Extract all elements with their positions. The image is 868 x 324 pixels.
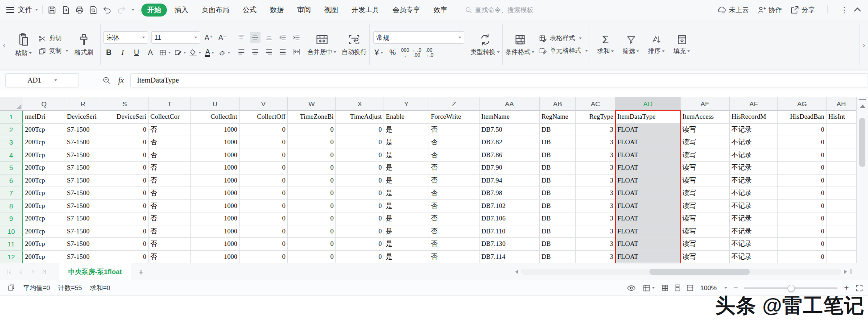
cell-AA10[interactable]: DB7.110: [479, 225, 540, 238]
row-header-3[interactable]: 3: [0, 136, 23, 149]
cell-AG10[interactable]: 0: [778, 225, 827, 238]
cell-Q2[interactable]: 200Tcp: [23, 124, 65, 137]
cell-Y1[interactable]: Enable: [384, 111, 429, 124]
cell-AF9[interactable]: 不记录: [730, 212, 778, 225]
row-header-12[interactable]: 12: [0, 251, 23, 264]
cell-AB12[interactable]: DB: [540, 251, 576, 264]
cell-W10[interactable]: 0: [288, 225, 336, 238]
cut-button[interactable]: 剪切: [38, 34, 68, 43]
more-options-icon[interactable]: ⋮: [840, 5, 848, 15]
row-header-4[interactable]: 4: [0, 149, 23, 162]
cell-V1[interactable]: CollectOff: [240, 111, 288, 124]
cell-AF11[interactable]: 不记录: [730, 238, 778, 251]
cell-AH2[interactable]: [827, 124, 856, 137]
undo-icon[interactable]: [103, 5, 112, 15]
cell-W12[interactable]: 0: [288, 251, 336, 264]
scroll-up-icon[interactable]: [860, 104, 865, 108]
cell-AB6[interactable]: DB: [540, 174, 576, 187]
cell-T11[interactable]: 否: [149, 238, 191, 251]
cell-Z7[interactable]: 否: [429, 187, 479, 200]
cell-U9[interactable]: 1000: [191, 212, 240, 225]
cell-Q5[interactable]: 200Tcp: [23, 162, 65, 174]
cell-AB2[interactable]: DB: [540, 124, 576, 137]
cell-Y12[interactable]: 是: [384, 251, 429, 264]
export-icon[interactable]: [61, 5, 70, 15]
wrap-text-button[interactable]: 自动换行: [339, 20, 369, 70]
find-icon[interactable]: [102, 76, 111, 85]
cell-AH3[interactable]: [827, 136, 856, 149]
distribute-button[interactable]: [291, 46, 302, 57]
zoom-slider[interactable]: [744, 287, 838, 289]
page-layout-view-icon[interactable]: [674, 284, 682, 292]
cell-AE9[interactable]: 读写: [681, 212, 730, 225]
zoom-slider-thumb[interactable]: [788, 285, 795, 292]
clear-format-button[interactable]: [218, 47, 230, 58]
cell-S10[interactable]: 0: [101, 225, 149, 238]
cell-U4[interactable]: 1000: [191, 149, 240, 162]
column-header-R[interactable]: R: [65, 97, 101, 111]
cell-AB11[interactable]: DB: [540, 238, 576, 251]
strikethrough-button[interactable]: A: [145, 47, 156, 58]
cell-Y11[interactable]: 是: [384, 238, 429, 251]
cell-AB10[interactable]: DB: [540, 225, 576, 238]
row-header-5[interactable]: 5: [0, 162, 23, 174]
fill-color-button[interactable]: [189, 47, 201, 58]
cell-T8[interactable]: 否: [149, 200, 191, 213]
cell-AG1[interactable]: HisDeadBan: [778, 111, 827, 124]
cell-AC5[interactable]: 3: [576, 162, 616, 174]
cell-AC6[interactable]: 3: [576, 174, 616, 187]
font-name-combo[interactable]: 宋体: [103, 31, 148, 44]
cell-R11[interactable]: S7-1500: [65, 238, 101, 251]
cell-AA1[interactable]: ItemName: [479, 111, 540, 124]
cell-AE4[interactable]: 读写: [681, 149, 730, 162]
formula-input[interactable]: ItemDataType: [130, 73, 868, 87]
cell-AH1[interactable]: HisInt: [827, 111, 856, 124]
menu-tab-开始[interactable]: 开始: [141, 4, 167, 17]
select-all-corner[interactable]: [0, 97, 23, 111]
cell-AD4[interactable]: FLOAT: [616, 149, 681, 162]
column-header-AD[interactable]: AD: [616, 97, 681, 111]
cell-Y8[interactable]: 是: [384, 200, 429, 213]
cell-S12[interactable]: 0: [101, 251, 149, 264]
ribbon-scroll-right-icon[interactable]: ›: [860, 20, 868, 70]
cell-AA9[interactable]: DB7.106: [479, 212, 540, 225]
row-header-11[interactable]: 11: [0, 238, 23, 251]
cell-Q11[interactable]: 200Tcp: [23, 238, 65, 251]
cell-AC11[interactable]: 3: [576, 238, 616, 251]
cell-X5[interactable]: 0: [336, 162, 384, 174]
column-header-AE[interactable]: AE: [681, 97, 730, 111]
cell-AB1[interactable]: RegName: [540, 111, 576, 124]
align-right-button[interactable]: [264, 46, 274, 57]
borders-button[interactable]: [159, 47, 171, 58]
cell-T3[interactable]: 否: [149, 136, 191, 149]
cell-AE6[interactable]: 读写: [681, 174, 730, 187]
menu-tab-开发工具[interactable]: 开发工具: [346, 4, 385, 17]
cell-AF3[interactable]: 不记录: [730, 136, 778, 149]
cell-V6[interactable]: 0: [240, 174, 288, 187]
cell-U10[interactable]: 1000: [191, 225, 240, 238]
scroll-right-icon[interactable]: [844, 270, 847, 274]
cell-W11[interactable]: 0: [288, 238, 336, 251]
row-header-2[interactable]: 2: [0, 124, 23, 137]
menu-tab-数据[interactable]: 数据: [264, 4, 289, 17]
cell-AE8[interactable]: 读写: [681, 200, 730, 213]
menu-tab-页面布局[interactable]: 页面布局: [196, 4, 235, 17]
cell-AC1[interactable]: RegType: [576, 111, 616, 124]
cloud-status-button[interactable]: 未上云: [717, 5, 749, 15]
cell-AH10[interactable]: [827, 225, 856, 238]
menu-tab-视图[interactable]: 视图: [318, 4, 344, 17]
cell-S8[interactable]: 0: [101, 200, 149, 213]
cell-S4[interactable]: 0: [101, 149, 149, 162]
cell-AA2[interactable]: DB7.50: [479, 124, 540, 137]
cell-AA7[interactable]: DB7.98: [479, 187, 540, 200]
cell-V4[interactable]: 0: [240, 149, 288, 162]
cell-AC4[interactable]: 3: [576, 149, 616, 162]
cell-S3[interactable]: 0: [101, 136, 149, 149]
cell-AF5[interactable]: 不记录: [730, 162, 778, 174]
horizontal-scroll-track[interactable]: [521, 269, 841, 275]
cell-AA11[interactable]: DB7.130: [479, 238, 540, 251]
cell-Z11[interactable]: 否: [429, 238, 479, 251]
cell-AD1[interactable]: ItemDataType: [616, 111, 681, 124]
decrease-indent-button[interactable]: [277, 32, 288, 43]
cell-X7[interactable]: 0: [336, 187, 384, 200]
